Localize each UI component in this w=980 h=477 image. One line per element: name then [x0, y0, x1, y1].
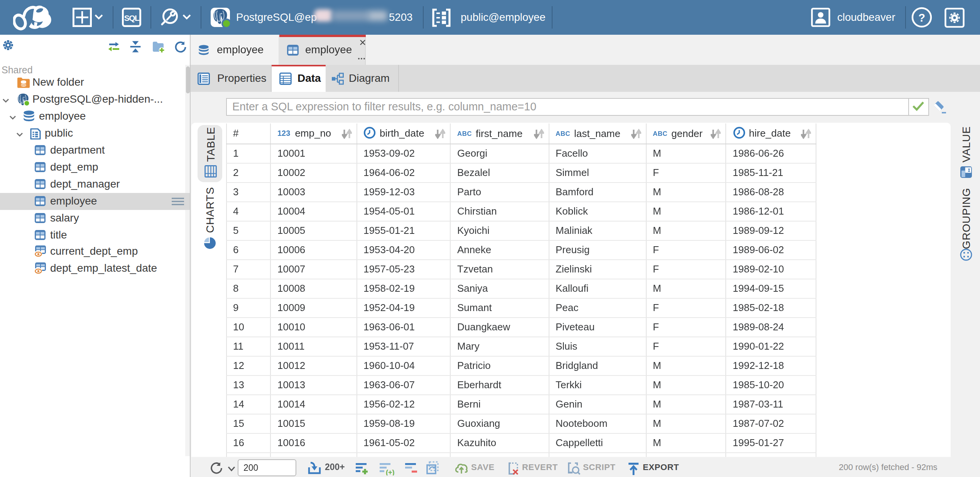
svg-text:SQL: SQL	[124, 14, 140, 22]
svg-text:?: ?	[918, 12, 925, 24]
svg-text:(+): (+)	[386, 468, 395, 475]
